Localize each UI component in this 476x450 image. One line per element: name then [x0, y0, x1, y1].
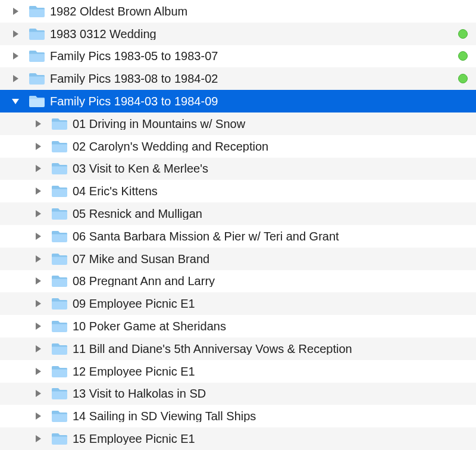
- chevron-right-icon[interactable]: [33, 299, 43, 308]
- folder-label: 02 Carolyn's Wedding and Reception: [73, 140, 468, 152]
- folder-icon: [51, 117, 68, 131]
- chevron-right-icon[interactable]: [11, 7, 20, 16]
- svg-marker-10: [36, 233, 41, 240]
- svg-marker-3: [13, 75, 18, 82]
- folder-icon: [51, 364, 68, 379]
- folder-label: 06 Santa Barbara Mission & Pier w/ Teri …: [73, 230, 468, 242]
- svg-marker-14: [36, 323, 41, 330]
- chevron-right-icon[interactable]: [33, 186, 43, 196]
- chevron-right-icon[interactable]: [33, 164, 43, 173]
- chevron-down-icon[interactable]: [11, 96, 20, 106]
- svg-marker-2: [13, 52, 18, 60]
- svg-marker-8: [36, 188, 41, 195]
- folder-icon: [29, 94, 45, 108]
- folder-icon: [51, 184, 68, 198]
- folder-icon: [51, 296, 68, 311]
- folder-icon: [51, 342, 68, 356]
- folder-label: Family Pics 1984-03 to 1984-09: [50, 95, 468, 107]
- folder-icon: [29, 4, 45, 18]
- folder-row[interactable]: 07 Mike and Susan Brand: [0, 248, 476, 270]
- folder-row[interactable]: 06 Santa Barbara Mission & Pier w/ Teri …: [0, 225, 476, 248]
- folder-row[interactable]: 13 Visit to Halkolas in SD: [0, 383, 476, 405]
- folder-row[interactable]: 11 Bill and Diane's 5th Anniversay Vows …: [0, 338, 476, 360]
- tag-dot-green: [458, 29, 468, 39]
- svg-marker-18: [36, 412, 41, 420]
- svg-marker-9: [36, 210, 41, 217]
- svg-marker-19: [36, 435, 41, 442]
- chevron-right-icon[interactable]: [33, 434, 43, 443]
- folder-label: 03 Visit to Ken & Merlee's: [73, 162, 468, 174]
- folder-label: 05 Resnick and Mulligan: [73, 208, 468, 220]
- chevron-right-icon[interactable]: [33, 119, 43, 129]
- chevron-right-icon[interactable]: [33, 389, 43, 398]
- folder-tree: 1982 Oldest Brown Album1983 0312 Wedding…: [0, 0, 476, 450]
- chevron-right-icon[interactable]: [33, 209, 43, 218]
- folder-icon: [29, 49, 45, 63]
- folder-icon: [51, 252, 68, 266]
- folder-row[interactable]: Family Pics 1983-05 to 1983-07: [0, 45, 476, 68]
- folder-row[interactable]: 1982 Oldest Brown Album: [0, 0, 476, 23]
- chevron-right-icon[interactable]: [33, 367, 43, 376]
- folder-row[interactable]: Family Pics 1983-08 to 1984-02: [0, 67, 476, 90]
- svg-marker-0: [13, 8, 18, 15]
- folder-row[interactable]: 12 Employee Picnic E1: [0, 360, 476, 383]
- folder-row[interactable]: 14 Sailing in SD Viewing Tall Ships: [0, 405, 476, 427]
- folder-row[interactable]: 02 Carolyn's Wedding and Reception: [0, 135, 476, 158]
- chevron-right-icon[interactable]: [11, 74, 20, 83]
- folder-icon: [51, 409, 68, 423]
- svg-marker-16: [36, 368, 41, 375]
- chevron-right-icon[interactable]: [33, 344, 43, 354]
- folder-label: 14 Sailing in SD Viewing Tall Ships: [73, 410, 468, 422]
- folder-icon: [51, 161, 68, 176]
- tag-dot-green: [458, 51, 468, 61]
- svg-marker-7: [36, 165, 41, 172]
- folder-label: 12 Employee Picnic E1: [73, 365, 468, 377]
- folder-row[interactable]: 03 Visit to Ken & Merlee's: [0, 158, 476, 180]
- svg-marker-6: [36, 143, 41, 150]
- folder-label: 10 Poker Game at Sheridans: [73, 320, 468, 332]
- svg-marker-13: [36, 300, 41, 307]
- folder-row[interactable]: Family Pics 1984-03 to 1984-09: [0, 90, 476, 112]
- folder-row[interactable]: 15 Employee Picnic E1: [0, 427, 476, 450]
- folder-row[interactable]: 10 Poker Game at Sheridans: [0, 315, 476, 338]
- chevron-right-icon[interactable]: [33, 232, 43, 241]
- folder-label: 01 Driving in Mountains w/ Snow: [73, 118, 468, 130]
- folder-label: 1983 0312 Wedding: [50, 28, 453, 40]
- folder-label: 08 Pregnant Ann and Larry: [73, 275, 468, 287]
- folder-row[interactable]: 04 Eric's Kittens: [0, 180, 476, 202]
- folder-row[interactable]: 01 Driving in Mountains w/ Snow: [0, 112, 476, 135]
- folder-row[interactable]: 09 Employee Picnic E1: [0, 292, 476, 315]
- folder-icon: [51, 319, 68, 333]
- svg-marker-11: [36, 255, 41, 262]
- folder-row[interactable]: 1983 0312 Wedding: [0, 23, 476, 45]
- folder-icon: [29, 27, 45, 41]
- folder-label: Family Pics 1983-08 to 1984-02: [50, 73, 453, 85]
- folder-label: 11 Bill and Diane's 5th Anniversay Vows …: [73, 343, 468, 355]
- folder-label: Family Pics 1983-05 to 1983-07: [50, 50, 453, 62]
- svg-marker-4: [12, 99, 19, 104]
- folder-label: 09 Employee Picnic E1: [73, 298, 468, 310]
- svg-marker-15: [36, 345, 41, 352]
- chevron-right-icon[interactable]: [33, 254, 43, 264]
- chevron-right-icon[interactable]: [33, 276, 43, 286]
- chevron-right-icon[interactable]: [33, 321, 43, 331]
- folder-icon: [51, 432, 68, 446]
- svg-marker-17: [36, 390, 41, 397]
- folder-row[interactable]: 05 Resnick and Mulligan: [0, 202, 476, 225]
- folder-label: 1982 Oldest Brown Album: [50, 5, 468, 17]
- chevron-right-icon[interactable]: [11, 29, 20, 39]
- svg-marker-12: [36, 277, 41, 285]
- chevron-right-icon[interactable]: [33, 142, 43, 151]
- tag-dot-green: [458, 74, 468, 83]
- folder-icon: [51, 386, 68, 401]
- folder-label: 13 Visit to Halkolas in SD: [73, 388, 468, 399]
- folder-label: 15 Employee Picnic E1: [73, 433, 468, 445]
- chevron-right-icon[interactable]: [11, 51, 20, 61]
- svg-marker-1: [13, 30, 18, 38]
- svg-marker-5: [36, 120, 41, 127]
- folder-icon: [51, 274, 68, 288]
- folder-label: 07 Mike and Susan Brand: [73, 253, 468, 265]
- folder-icon: [51, 139, 68, 154]
- chevron-right-icon[interactable]: [33, 411, 43, 421]
- folder-row[interactable]: 08 Pregnant Ann and Larry: [0, 270, 476, 293]
